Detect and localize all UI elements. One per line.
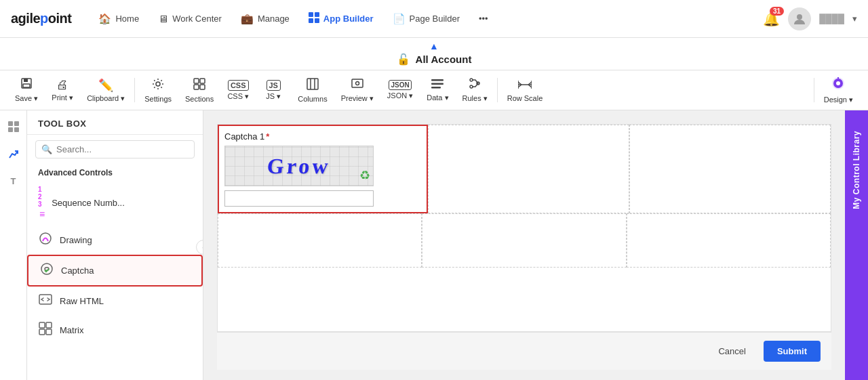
sidebar-chart-icon[interactable] xyxy=(3,143,24,165)
svg-rect-41 xyxy=(39,322,45,328)
save-icon xyxy=(20,77,33,93)
form-cell-2-3 xyxy=(627,213,831,268)
toolbar-print[interactable]: 🖨 Print ▾ xyxy=(45,75,80,105)
svg-rect-10 xyxy=(200,79,205,83)
toolbar-right: Design ▾ xyxy=(811,73,860,107)
print-icon: 🖨 xyxy=(56,78,68,92)
top-nav: agilepoint 🏠 Home 🖥 Work Center 💼 Manage… xyxy=(0,0,868,38)
logo: agilepoint xyxy=(11,11,71,26)
main-layout: T TOOL BOX 🔍 Advanced Controls 123 ≡ Seq… xyxy=(0,110,868,380)
nav-label-manage: Manage xyxy=(258,14,290,24)
svg-rect-16 xyxy=(352,79,363,87)
svg-rect-19 xyxy=(431,83,443,85)
toolbar-divider-1 xyxy=(134,78,135,102)
drawing-icon xyxy=(38,231,53,249)
svg-rect-34 xyxy=(8,121,13,126)
svg-rect-3 xyxy=(315,18,319,23)
toolbar: Save ▾ 🖨 Print ▾ ✏️ Clipboard ▾ Settings… xyxy=(0,70,868,110)
toolbar-data[interactable]: Data ▾ xyxy=(420,75,455,105)
nav-item-work-center[interactable]: 🖥 Work Center xyxy=(150,7,230,30)
captcha-cell[interactable]: Captcha 1 * Grow ♻ xyxy=(218,125,428,213)
svg-point-23 xyxy=(470,85,473,88)
svg-rect-18 xyxy=(431,79,443,81)
toolbar-preview[interactable]: Preview ▾ xyxy=(334,75,380,106)
toolbar-save[interactable]: Save ▾ xyxy=(8,75,45,106)
captcha-input-field[interactable] xyxy=(224,190,374,207)
page-title: All Account xyxy=(416,54,472,65)
matrix-icon xyxy=(38,321,53,339)
rules-label: Rules ▾ xyxy=(462,94,488,103)
svg-rect-2 xyxy=(309,18,313,23)
svg-rect-20 xyxy=(431,87,441,89)
nav-item-more[interactable]: ••• xyxy=(471,8,496,29)
captcha-refresh-icon[interactable]: ♻ xyxy=(359,168,370,183)
svg-rect-37 xyxy=(14,127,19,132)
svg-rect-6 xyxy=(24,79,28,82)
search-icon: 🔍 xyxy=(41,144,52,154)
preview-label: Preview ▾ xyxy=(341,94,374,103)
nav-bell[interactable]: 🔔 31 xyxy=(763,11,780,27)
form-canvas: Captcha 1 * Grow ♻ xyxy=(217,124,831,332)
nav-item-home[interactable]: 🏠 Home xyxy=(90,7,147,30)
svg-rect-44 xyxy=(46,329,52,335)
toolbox-item-sequence[interactable]: 123 ≡ Sequence Numb... xyxy=(27,180,203,226)
toolbox-item-drawing[interactable]: Drawing xyxy=(27,226,203,255)
right-panel: My Control Library xyxy=(845,110,868,380)
raw-html-label: Raw HTML xyxy=(60,296,104,306)
search-input[interactable] xyxy=(56,144,189,154)
sidebar-icons: T xyxy=(0,110,27,380)
sidebar-grid-icon[interactable] xyxy=(3,116,24,138)
columns-label: Columns xyxy=(298,95,327,103)
json-icon: JSON xyxy=(389,80,411,90)
svg-point-4 xyxy=(797,14,802,20)
svg-rect-1 xyxy=(315,12,319,17)
svg-rect-0 xyxy=(309,12,313,17)
form-cell-2-1 xyxy=(218,213,422,268)
sub-header-chevron[interactable]: ▲ xyxy=(429,41,439,51)
nav-dropdown-icon[interactable]: ▾ xyxy=(852,14,857,24)
rules-icon xyxy=(469,77,481,93)
nav-items: 🏠 Home 🖥 Work Center 💼 Manage App Builde… xyxy=(90,7,757,30)
nav-item-app-builder[interactable]: App Builder xyxy=(300,7,382,30)
captcha-image-area: Grow ♻ xyxy=(224,146,374,186)
design-label: Design ▾ xyxy=(824,96,853,104)
nav-username[interactable]: ████ xyxy=(819,14,844,24)
drawing-label: Drawing xyxy=(60,235,92,245)
nav-item-page-builder[interactable]: 📄 Page Builder xyxy=(384,7,468,30)
form-cell-2-2 xyxy=(422,213,626,268)
js-label: JS ▾ xyxy=(266,92,281,101)
nav-avatar[interactable] xyxy=(788,7,811,30)
cancel-button[interactable]: Cancel xyxy=(707,341,756,362)
svg-point-33 xyxy=(836,81,840,85)
toolbar-rules[interactable]: Rules ▾ xyxy=(456,75,494,106)
toolbar-css[interactable]: CSS CSS ▾ xyxy=(220,77,256,104)
toolbar-json[interactable]: JSON JSON ▾ xyxy=(380,77,420,103)
sidebar-t-icon[interactable]: T xyxy=(3,170,24,192)
page-builder-icon: 📄 xyxy=(393,13,406,25)
save-label: Save ▾ xyxy=(15,94,38,103)
sections-icon xyxy=(193,78,205,93)
toolbox-item-captcha[interactable]: Captcha xyxy=(27,255,203,287)
nav-item-manage[interactable]: 💼 Manage xyxy=(233,7,298,30)
toolbar-columns[interactable]: Columns xyxy=(291,75,334,106)
nav-label-work-center: Work Center xyxy=(172,14,222,24)
nav-label-app-builder: App Builder xyxy=(323,14,374,24)
nav-label-home: Home xyxy=(115,14,139,24)
toolbox-search[interactable]: 🔍 xyxy=(35,140,195,159)
home-icon: 🏠 xyxy=(98,13,111,25)
toolbar-sections[interactable]: Sections xyxy=(178,75,220,106)
sequence-label: Sequence Numb... xyxy=(52,198,125,208)
toolbar-row-scale[interactable]: Row Scale xyxy=(500,76,550,105)
toolbar-settings[interactable]: Settings xyxy=(138,75,178,106)
toolbar-divider-2 xyxy=(497,78,498,102)
toolbox-item-matrix[interactable]: Matrix xyxy=(27,316,203,345)
toolbar-design[interactable]: Design ▾ xyxy=(817,73,860,107)
toolbar-clipboard[interactable]: ✏️ Clipboard ▾ xyxy=(80,75,132,106)
form-row-2 xyxy=(218,213,831,268)
right-panel-label[interactable]: My Control Library xyxy=(852,131,861,209)
captcha-required-star: * xyxy=(266,131,269,142)
row-scale-icon xyxy=(518,79,532,93)
submit-button[interactable]: Submit xyxy=(764,341,821,362)
toolbar-js[interactable]: JS JS ▾ xyxy=(256,77,291,104)
toolbox-item-raw-html[interactable]: Raw HTML xyxy=(27,287,203,316)
